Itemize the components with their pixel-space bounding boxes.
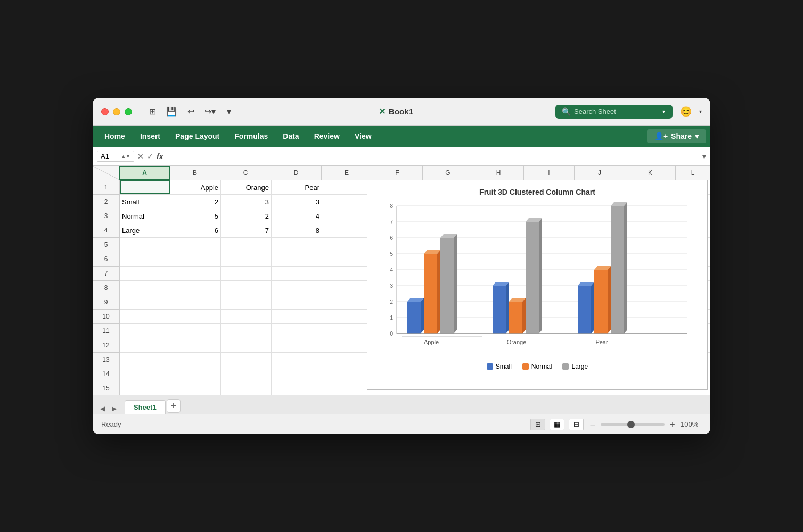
col-header-e[interactable]: E [322, 166, 372, 180]
cell-b3[interactable]: 5 [170, 209, 221, 223]
search-box[interactable]: 🔍 ▾ [555, 105, 673, 119]
confirm-formula-icon[interactable]: ✓ [147, 152, 153, 161]
cell-d2[interactable]: 3 [272, 195, 322, 209]
bar-orange-small-side [506, 282, 509, 334]
minimize-button[interactable] [113, 108, 120, 115]
row-2[interactable]: 2 [93, 195, 119, 209]
row-15[interactable]: 15 [93, 381, 119, 395]
row-3[interactable]: 3 [93, 209, 119, 223]
row-1[interactable]: 1 [93, 180, 119, 195]
cell-c3[interactable]: 2 [221, 209, 272, 223]
cell-c2[interactable]: 3 [221, 195, 272, 209]
function-icon[interactable]: fx [157, 152, 163, 161]
tab-next-button[interactable]: ▶ [109, 403, 119, 414]
cell-a3[interactable]: Normal [120, 209, 170, 223]
menu-home[interactable]: Home [97, 129, 133, 144]
search-dropdown-icon[interactable]: ▾ [662, 109, 665, 114]
cell-reference-box[interactable]: A1 ▲▼ [97, 151, 134, 162]
row-7[interactable]: 7 [93, 267, 119, 281]
undo-icon[interactable]: ↩ [183, 104, 198, 119]
col-header-h[interactable]: H [473, 166, 524, 180]
add-sheet-button[interactable]: + [167, 399, 181, 413]
menu-review[interactable]: Review [307, 129, 347, 144]
cell-c1[interactable]: Orange [221, 180, 272, 194]
row-14[interactable]: 14 [93, 367, 119, 381]
row-9[interactable]: 9 [93, 295, 119, 310]
row-8[interactable]: 8 [93, 281, 119, 295]
search-input[interactable] [574, 107, 659, 115]
col-header-b[interactable]: B [170, 166, 220, 180]
col-header-a[interactable]: A [119, 166, 170, 180]
legend-normal-label: Normal [531, 363, 552, 370]
svg-text:3: 3 [390, 283, 393, 289]
zoom-in-button[interactable]: + [668, 420, 677, 429]
cell-d3[interactable]: 4 [272, 209, 322, 223]
row-10[interactable]: 10 [93, 310, 119, 324]
redo-dropdown-icon[interactable]: ↪▾ [202, 104, 217, 119]
chart-title: Fruit 3D Clustered Column Chart [373, 188, 702, 196]
bar-orange-small [493, 286, 506, 334]
customize-icon[interactable]: ▾ [222, 104, 236, 119]
cell-a1[interactable] [120, 180, 170, 194]
col-header-f[interactable]: F [372, 166, 423, 180]
close-button[interactable] [101, 108, 109, 115]
col-header-i[interactable]: I [524, 166, 575, 180]
col-header-l[interactable]: L [676, 166, 710, 180]
page-break-view-button[interactable]: ⊟ [569, 419, 584, 430]
col-header-k[interactable]: K [625, 166, 676, 180]
account-dropdown-icon[interactable]: ▾ [699, 109, 702, 114]
cell-b4[interactable]: 6 [170, 223, 221, 237]
svg-text:6: 6 [390, 235, 393, 241]
cell-a4[interactable]: Large [120, 223, 170, 237]
save-icon[interactable]: 💾 [164, 104, 179, 119]
cancel-formula-icon[interactable]: ✕ [137, 152, 144, 161]
col-header-j[interactable]: J [575, 166, 625, 180]
maximize-button[interactable] [125, 108, 132, 115]
menu-data[interactable]: Data [275, 129, 306, 144]
cell-a2[interactable]: Small [120, 195, 170, 209]
tab-prev-button[interactable]: ◀ [97, 403, 108, 414]
col-header-c[interactable]: C [220, 166, 271, 180]
row-11[interactable]: 11 [93, 324, 119, 338]
zoom-slider[interactable] [601, 423, 665, 426]
cell-c4[interactable]: 7 [221, 223, 272, 237]
row-5[interactable]: 5 [93, 238, 119, 252]
bar-apple-large [440, 238, 454, 334]
formulabar: A1 ▲▼ ✕ ✓ fx ▾ [93, 147, 710, 166]
svg-text:1: 1 [390, 315, 393, 321]
row-13[interactable]: 13 [93, 353, 119, 367]
legend-normal-color [522, 363, 529, 370]
bar-pear-normal-side [608, 266, 611, 334]
sheet1-tab[interactable]: Sheet1 [125, 400, 166, 414]
bar-pear-large [611, 206, 624, 334]
account-icon[interactable]: 😊 [678, 104, 694, 120]
row-6[interactable]: 6 [93, 252, 119, 267]
formula-input[interactable] [166, 152, 699, 160]
cell-d4[interactable]: 8 [272, 223, 322, 237]
menu-view[interactable]: View [347, 129, 379, 144]
bar-apple-normal [424, 254, 437, 334]
row-12[interactable]: 12 [93, 338, 119, 353]
menu-formulas[interactable]: Formulas [227, 129, 275, 144]
menu-page-layout[interactable]: Page Layout [168, 129, 227, 144]
normal-view-button[interactable]: ⊞ [530, 419, 545, 430]
cell-ref-arrows: ▲▼ [121, 154, 130, 159]
page-layout-view-button[interactable]: ▦ [550, 419, 564, 430]
menu-insert[interactable]: Insert [133, 129, 168, 144]
zoom-out-button[interactable]: – [588, 420, 597, 429]
cell-b2[interactable]: 2 [170, 195, 221, 209]
zoom-control: – + 100% [588, 420, 702, 429]
share-button[interactable]: 👤+ Share ▾ [647, 129, 706, 143]
sheet-tabs: ◀ ▶ Sheet1 + [93, 395, 710, 414]
chart-container[interactable]: Fruit 3D Clustered Column Chart 0 1 2 [367, 180, 708, 390]
col-header-d[interactable]: D [271, 166, 322, 180]
layout-icon[interactable]: ⊞ [145, 104, 160, 119]
legend-small-label: Small [496, 363, 512, 370]
cell-b1[interactable]: Apple [170, 180, 221, 194]
formula-dropdown-icon[interactable]: ▾ [702, 152, 706, 161]
titlebar-icons: ⊞ 💾 ↩ ↪▾ ▾ [145, 104, 236, 119]
row-4[interactable]: 4 [93, 223, 119, 238]
bar-orange-normal [509, 302, 522, 334]
col-header-g[interactable]: G [423, 166, 473, 180]
cell-d1[interactable]: Pear [272, 180, 322, 194]
